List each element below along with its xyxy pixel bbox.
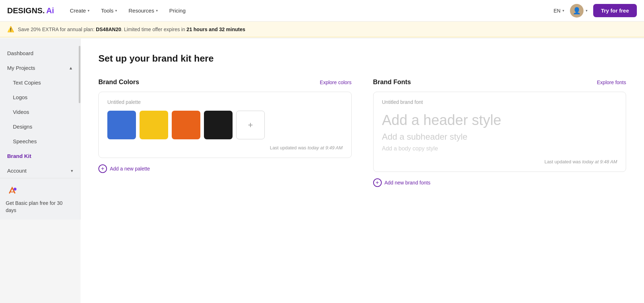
palette-name: Untitled palette bbox=[107, 99, 343, 105]
logo-ai: Ai bbox=[46, 6, 54, 15]
nav-right: EN ▾ 👤 ▾ Try for free bbox=[553, 4, 637, 18]
palette-card: Untitled palette + Last updated was toda… bbox=[98, 92, 352, 158]
promo-banner: ⚠️ Save 20% EXTRA for annual plan: DS48A… bbox=[0, 21, 644, 37]
nav-resources[interactable]: Resources ▾ bbox=[123, 5, 163, 16]
font-name: Untitled brand font bbox=[382, 99, 618, 105]
sidebar-item-speeches[interactable]: Speeches bbox=[0, 134, 80, 149]
brand-colors-title: Brand Colors bbox=[98, 78, 139, 86]
warning-icon: ⚠️ bbox=[7, 26, 14, 33]
sidebar-item-dashboard[interactable]: Dashboard bbox=[0, 46, 80, 61]
nav-menu: Create ▾ Tools ▾ Resources ▾ Pricing bbox=[65, 5, 553, 16]
banner-text: Save 20% EXTRA for annual plan: DS48AN20… bbox=[18, 27, 245, 32]
color-swatch-orange[interactable] bbox=[172, 111, 200, 139]
brand-fonts-header: Brand Fonts Explore fonts bbox=[373, 78, 626, 86]
nav-tools[interactable]: Tools ▾ bbox=[96, 5, 122, 16]
chevron-down-icon: ▾ bbox=[88, 9, 89, 13]
sidebar-scroll: Dashboard My Projects ▲ Text Copies Logo… bbox=[0, 46, 80, 178]
brand-colors-section: Brand Colors Explore colors Untitled pal… bbox=[98, 78, 352, 187]
sidebar-bottom: Get Basic plan free for 30 days bbox=[0, 178, 80, 220]
sidebar-scrollbar[interactable] bbox=[79, 46, 80, 103]
add-circle-icon: + bbox=[373, 178, 382, 187]
brand-fonts-section: Brand Fonts Explore fonts Untitled brand… bbox=[373, 78, 626, 187]
sidebar-item-text-copies[interactable]: Text Copies bbox=[0, 75, 80, 90]
language-selector[interactable]: EN ▾ bbox=[553, 8, 564, 14]
font-header-style[interactable]: Add a header style bbox=[382, 112, 618, 128]
palette-timestamp: Last updated was today at 9:49 AM bbox=[107, 145, 343, 150]
sidebar-item-logos[interactable]: Logos bbox=[0, 90, 80, 105]
sidebar: Dashboard My Projects ▲ Text Copies Logo… bbox=[0, 39, 80, 303]
palette-colors: + bbox=[107, 111, 343, 139]
sidebar-promo-text: Get Basic plan free for 30 days bbox=[6, 200, 74, 214]
designs-ai-logo-icon bbox=[6, 185, 18, 196]
font-subheader-style[interactable]: Add a subheader style bbox=[382, 132, 618, 142]
logo-text: DESIGNS. bbox=[7, 6, 45, 15]
chevron-up-icon: ▲ bbox=[69, 66, 73, 71]
font-card: Untitled brand font Add a header style A… bbox=[373, 92, 626, 172]
sidebar-item-my-projects[interactable]: My Projects ▲ bbox=[0, 61, 80, 75]
app-layout: Dashboard My Projects ▲ Text Copies Logo… bbox=[0, 39, 644, 303]
add-color-button[interactable]: + bbox=[236, 111, 265, 139]
sidebar-logo bbox=[6, 184, 19, 197]
explore-fonts-link[interactable]: Explore fonts bbox=[597, 80, 626, 85]
add-font-button[interactable]: + Add new brand fonts bbox=[373, 178, 626, 187]
top-navigation: DESIGNS.Ai Create ▾ Tools ▾ Resources ▾ … bbox=[0, 0, 644, 21]
sidebar-nav: Dashboard My Projects ▲ Text Copies Logo… bbox=[0, 39, 80, 220]
chevron-down-icon[interactable]: ▾ bbox=[586, 9, 587, 13]
nav-create[interactable]: Create ▾ bbox=[65, 5, 94, 16]
chevron-down-icon: ▾ bbox=[71, 168, 73, 173]
avatar[interactable]: 👤 bbox=[570, 4, 584, 18]
page-title: Set up your brand kit here bbox=[98, 53, 626, 64]
chevron-down-icon: ▾ bbox=[562, 9, 564, 13]
chevron-down-icon: ▾ bbox=[115, 9, 117, 13]
svg-point-0 bbox=[14, 188, 16, 191]
color-swatch-yellow[interactable] bbox=[140, 111, 168, 139]
sidebar-item-designs[interactable]: Designs bbox=[0, 119, 80, 134]
main-content: Set up your brand kit here Brand Colors … bbox=[80, 39, 644, 303]
sidebar-item-account[interactable]: Account ▾ bbox=[0, 163, 80, 178]
sidebar-item-brand-kit[interactable]: Brand Kit bbox=[0, 149, 80, 163]
color-swatch-blue[interactable] bbox=[107, 111, 136, 139]
brand-colors-header: Brand Colors Explore colors bbox=[98, 78, 352, 86]
color-swatch-black[interactable] bbox=[204, 111, 233, 139]
font-timestamp: Last updated was today at 9:48 AM bbox=[382, 159, 618, 164]
explore-colors-link[interactable]: Explore colors bbox=[320, 80, 352, 85]
sidebar-item-videos[interactable]: Videos bbox=[0, 105, 80, 119]
brand-fonts-title: Brand Fonts bbox=[373, 78, 411, 86]
try-for-free-button[interactable]: Try for free bbox=[593, 4, 637, 17]
add-circle-icon: + bbox=[98, 164, 107, 173]
logo[interactable]: DESIGNS.Ai bbox=[7, 6, 54, 15]
font-body-style[interactable]: Add a body copy style bbox=[382, 145, 618, 152]
add-palette-button[interactable]: + Add a new palette bbox=[98, 164, 352, 173]
chevron-down-icon: ▾ bbox=[156, 9, 158, 13]
brand-grid: Brand Colors Explore colors Untitled pal… bbox=[98, 78, 626, 187]
nav-pricing[interactable]: Pricing bbox=[164, 5, 191, 16]
